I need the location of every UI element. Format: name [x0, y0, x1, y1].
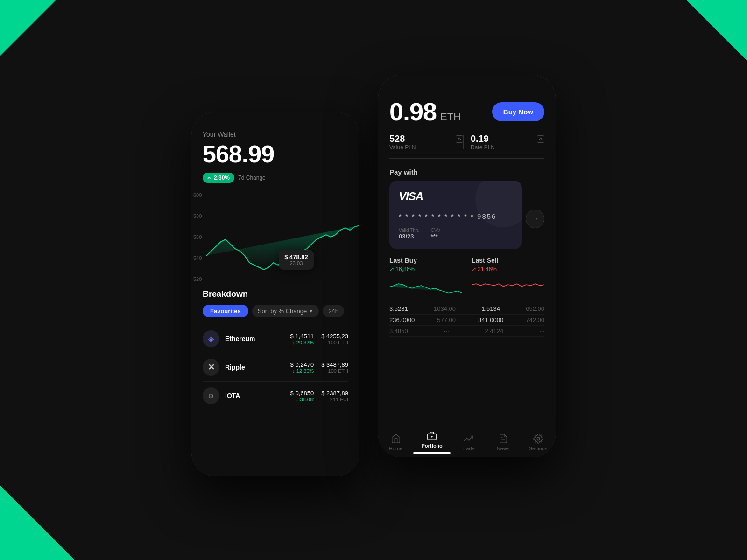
- portfolio-icon: [427, 431, 437, 441]
- card-valid-thru: Valid Thru 03/23: [399, 228, 420, 240]
- nav-portfolio-label: Portfolio: [421, 443, 442, 448]
- card-details: Valid Thru 03/23 CVV ***: [399, 228, 513, 240]
- phone-screen-right: 0.98 ETH Buy Now 528 Value PLN: [378, 75, 556, 457]
- nav-home-label: Home: [389, 446, 402, 451]
- trade-icon: [463, 434, 473, 444]
- pay-with-label: Pay with: [389, 168, 544, 176]
- right-content: 0.98 ETH Buy Now 528 Value PLN: [378, 93, 556, 425]
- last-sell-change: ↗ 21,46%: [472, 266, 544, 273]
- nav-home[interactable]: Home: [378, 434, 413, 451]
- nav-indicator: [413, 452, 451, 454]
- stat-528: 528: [389, 133, 463, 144]
- nav-trade-label: Trade: [461, 446, 474, 451]
- svg-rect-1: [458, 138, 461, 140]
- breakdown-filters: Favourites Sort by % Change ▼ 24h: [203, 305, 348, 317]
- card-cvv: CVV ***: [431, 228, 441, 240]
- buy-mini-chart: [389, 275, 462, 294]
- eth-price-display: 0.98 ETH: [389, 97, 461, 126]
- stat-diamond-icon-2: [537, 135, 544, 143]
- eth-name: Ethereum: [225, 335, 290, 343]
- buy-now-button[interactable]: Buy Now: [492, 102, 544, 121]
- card-arrow-button[interactable]: →: [526, 210, 544, 228]
- bottom-nav: Home Portfolio: [378, 425, 556, 457]
- change-period: 7d Change: [238, 175, 266, 181]
- nav-settings[interactable]: Settings: [521, 434, 556, 451]
- iota-icon: ⊕: [203, 387, 219, 404]
- visa-card[interactable]: VISA * * * * * * * * * * * * 9856 Valid …: [389, 181, 522, 249]
- xrp-icon: ✕: [203, 359, 219, 376]
- phone-left: Your Wallet 568.99 2.30% 7d Change 600 5…: [191, 112, 359, 476]
- phones-wrapper: Your Wallet 568.99 2.30% 7d Change 600 5…: [23, 23, 724, 537]
- nav-news-label: News: [497, 446, 510, 451]
- iota-total: $ 2387,89 211 FUI: [321, 390, 348, 402]
- wallet-amount: 568.99: [203, 140, 348, 168]
- data-row-3: 3.4850 ··· 2.4124 ···: [389, 326, 544, 337]
- eth-currency-label: ETH: [440, 111, 461, 123]
- breakdown-title: Breakdown: [203, 289, 348, 299]
- chart-svg: [191, 190, 359, 284]
- svg-point-8: [537, 437, 540, 440]
- eth-header: 0.98 ETH Buy Now: [389, 93, 544, 126]
- phone-screen-left: Your Wallet 568.99 2.30% 7d Change 600 5…: [191, 112, 359, 476]
- last-sell-col: Last Sell ↗ 21,46%: [472, 257, 544, 296]
- visa-logo: VISA: [399, 190, 513, 203]
- stat-value-label: Value PLN: [389, 144, 463, 151]
- crypto-list: ◈ Ethereum $ 1,4511 ↓ 20,32% $ 4255,23 1…: [203, 325, 348, 410]
- phone-notch-left: [247, 112, 303, 125]
- xrp-total: $ 3487,89 100 ETH: [321, 361, 348, 374]
- stat-rate-label: Rate PLN: [471, 144, 544, 151]
- nav-trade[interactable]: Trade: [451, 434, 486, 451]
- pay-with-row: VISA * * * * * * * * * * * * 9856 Valid …: [389, 181, 544, 257]
- crypto-item-xrp[interactable]: ✕ Ripple $ 0,2470 ↓ 12,36% $ 3487,89 100…: [203, 353, 348, 382]
- crypto-item-iota[interactable]: ⊕ IOTA $ 0,6850 ↓ 38.08' $ 2387,89 211 F…: [203, 382, 348, 410]
- trading-row: Last Buy ↗ 16,86%: [389, 257, 544, 296]
- nav-news[interactable]: News: [486, 434, 521, 451]
- svg-rect-2: [539, 138, 542, 140]
- phone-right: 0.98 ETH Buy Now 528 Value PLN: [378, 75, 556, 457]
- data-row-2: 236.0000 577.00 341.0000 742.00: [389, 315, 544, 326]
- nav-settings-label: Settings: [529, 446, 548, 451]
- news-icon: [498, 434, 508, 444]
- tooltip-price: $ 478.82: [284, 253, 308, 260]
- nav-portfolio[interactable]: Portfolio: [413, 431, 451, 454]
- trading-data-table: 3.5281 1034.00 1.5134 652.00 236.0000 57…: [389, 303, 544, 337]
- iota-name: IOTA: [225, 392, 290, 399]
- last-buy-title: Last Buy: [389, 257, 462, 264]
- change-badge: 2.30%: [203, 173, 234, 183]
- eth-prices: $ 1,4511 ↓ 20,32%: [290, 333, 314, 345]
- period-filter-button[interactable]: 24h: [323, 305, 344, 317]
- stat-rate-pln: 0.19 Rate PLN: [463, 133, 544, 151]
- settings-icon: [533, 434, 543, 444]
- xrp-name: Ripple: [225, 364, 290, 371]
- last-sell-title: Last Sell: [472, 257, 544, 264]
- chart-tooltip: $ 478.82 23.03: [279, 250, 314, 270]
- eth-icon: ◈: [203, 330, 219, 347]
- stat-019: 0.19: [471, 133, 544, 144]
- sell-mini-chart: [472, 275, 544, 294]
- xrp-prices: $ 0,2470 ↓ 12,36%: [290, 361, 314, 374]
- crypto-item-eth[interactable]: ◈ Ethereum $ 1,4511 ↓ 20,32% $ 4255,23 1…: [203, 325, 348, 353]
- wallet-label: Your Wallet: [203, 131, 348, 138]
- stats-row: 528 Value PLN 0.19 Rate PLN: [389, 133, 544, 159]
- tooltip-date: 23.03: [284, 260, 308, 266]
- stat-value-pln: 528 Value PLN: [389, 133, 463, 151]
- last-buy-change: ↗ 16,86%: [389, 266, 462, 273]
- eth-amount: 0.98: [389, 97, 437, 126]
- card-number: * * * * * * * * * * * * 9856: [399, 212, 513, 220]
- phone-notch-right: [439, 75, 495, 88]
- eth-total: $ 4255,23 100 ETH: [321, 333, 348, 345]
- home-icon: [391, 434, 401, 444]
- iota-prices: $ 0,6850 ↓ 38.08': [290, 390, 314, 402]
- wallet-chart: 600 580 560 540 520: [191, 190, 359, 284]
- last-buy-col: Last Buy ↗ 16,86%: [389, 257, 462, 296]
- sort-filter-button[interactable]: Sort by % Change ▼: [252, 305, 319, 317]
- chart-y-labels: 600 580 560 540 520: [193, 190, 202, 284]
- stat-diamond-icon: [456, 135, 463, 143]
- favourites-filter-button[interactable]: Favourites: [203, 305, 248, 317]
- data-row-1: 3.5281 1034.00 1.5134 652.00: [389, 303, 544, 315]
